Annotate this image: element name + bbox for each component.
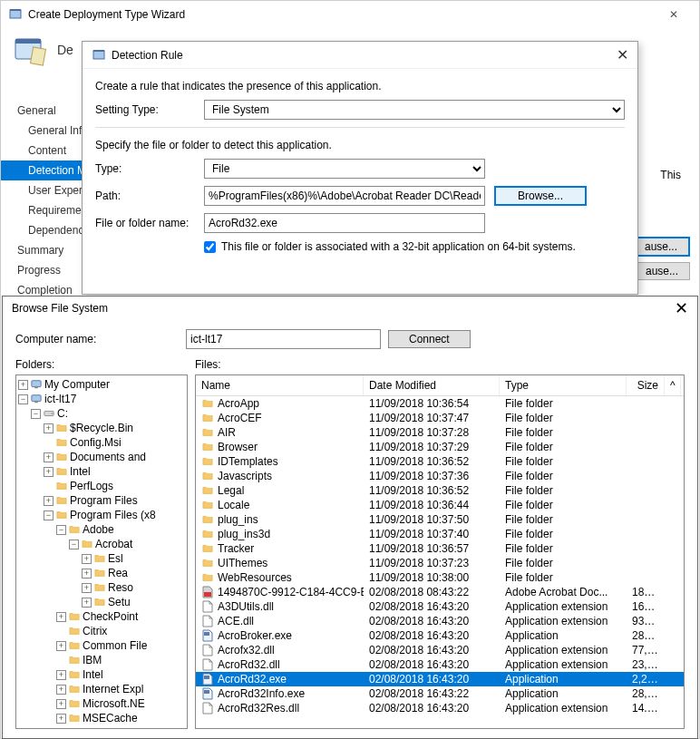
folder-tree[interactable]: +My Computer−ict-lt17−C:+$Recycle.BinCon… — [15, 374, 188, 729]
close-icon[interactable]: ✕ — [675, 298, 688, 318]
computer-name-input[interactable] — [186, 329, 381, 349]
expand-icon[interactable]: + — [44, 452, 53, 462]
tree-node[interactable]: +Microsoft.NE — [18, 696, 185, 711]
tree-node[interactable]: +Intel — [18, 464, 185, 479]
expand-icon[interactable]: + — [82, 569, 92, 579]
tree-node[interactable]: −Program Files (x8 — [18, 508, 185, 522]
tree-node[interactable]: −ict-lt17 — [18, 392, 185, 406]
file-type: File folder — [500, 440, 627, 454]
expand-icon[interactable]: + — [82, 598, 92, 608]
file-row[interactable]: AcroBroker.exe02/08/2018 16:43:20Applica… — [196, 628, 684, 643]
assoc-32bit-checkbox[interactable] — [204, 241, 216, 253]
expand-icon[interactable]: + — [56, 670, 66, 680]
folder-icon — [68, 669, 81, 680]
tree-node[interactable]: Config.Msi — [18, 435, 185, 450]
file-row[interactable]: AcroRd32.exe02/08/2018 16:43:20Applicati… — [196, 672, 684, 686]
file-row[interactable]: AcroRd32.dll02/08/2018 16:43:20Applicati… — [196, 657, 684, 672]
file-row[interactable]: Acrofx32.dll02/08/2018 16:43:20Applicati… — [196, 643, 684, 657]
collapse-icon[interactable]: − — [31, 409, 41, 419]
file-row[interactable]: plug_ins11/09/2018 10:37:50File folder — [196, 512, 684, 527]
tree-node[interactable]: +Intel — [18, 667, 185, 682]
file-row[interactable]: Locale11/09/2018 10:36:44File folder — [196, 498, 684, 512]
file-type: Application extension — [500, 614, 627, 628]
tree-node[interactable]: Citrix — [18, 624, 185, 638]
browse-button[interactable]: Browse... — [494, 186, 587, 206]
tree-node[interactable]: +$Recycle.Bin — [18, 421, 185, 435]
expand-icon[interactable]: + — [56, 699, 66, 709]
tree-node[interactable]: −C: — [18, 406, 185, 421]
file-name: AcroRd32.exe — [218, 673, 287, 686]
tree-node[interactable]: +Rea — [18, 566, 185, 580]
expand-icon[interactable]: + — [56, 612, 66, 622]
wizard-title: Create Deployment Type Wizard — [28, 8, 185, 21]
file-date: 02/08/2018 16:43:20 — [364, 599, 500, 614]
file-type: File folder — [500, 556, 627, 570]
tree-node[interactable]: +My Computer — [18, 377, 185, 392]
file-date: 02/08/2018 16:43:20 — [364, 701, 500, 715]
file-row[interactable]: Tracker11/09/2018 10:36:57File folder — [196, 541, 684, 556]
tree-node[interactable]: +MSECache — [18, 711, 185, 725]
file-row[interactable]: AcroRd32Info.exe02/08/2018 16:43:22Appli… — [196, 686, 684, 701]
expand-icon[interactable]: + — [18, 380, 28, 390]
file-row[interactable]: ACE.dll02/08/2018 16:43:20Application ex… — [196, 614, 684, 628]
clause-button-2[interactable]: ause... — [634, 262, 690, 280]
expand-icon[interactable]: + — [56, 685, 66, 695]
path-input[interactable] — [204, 186, 485, 206]
type-select[interactable]: File — [204, 159, 485, 179]
collapse-icon[interactable]: − — [69, 540, 79, 549]
collapse-icon[interactable]: − — [56, 525, 66, 535]
filename-input[interactable] — [204, 213, 485, 233]
file-type: Application — [500, 628, 627, 643]
col-type[interactable]: Type — [500, 375, 627, 395]
expand-icon[interactable]: + — [44, 423, 53, 433]
col-date[interactable]: Date Modified — [364, 375, 500, 395]
tree-node[interactable]: +CheckPoint — [18, 609, 185, 624]
file-date: 11/09/2018 10:37:28 — [364, 425, 500, 440]
file-row[interactable]: AcroCEF11/09/2018 10:37:47File folder — [196, 411, 684, 425]
tree-node[interactable]: +Trend Micro — [18, 725, 185, 729]
tree-node[interactable]: +Documents and — [18, 450, 185, 464]
tree-node[interactable]: +Esl — [18, 551, 185, 566]
file-row[interactable]: A3DUtils.dll02/08/2018 16:43:20Applicati… — [196, 599, 684, 614]
expand-icon[interactable]: + — [56, 641, 66, 651]
collapse-icon[interactable]: − — [18, 394, 28, 404]
file-row[interactable]: Browser11/09/2018 10:37:29File folder — [196, 440, 684, 454]
tree-node[interactable]: +Setu — [18, 595, 185, 609]
tree-node[interactable]: +Common File — [18, 638, 185, 653]
expand-icon[interactable]: + — [44, 496, 53, 506]
file-row[interactable]: plug_ins3d11/09/2018 10:37:40File folder — [196, 527, 684, 541]
connect-button[interactable]: Connect — [388, 330, 471, 348]
setting-type-select[interactable]: File System — [204, 100, 625, 120]
expand-icon[interactable]: + — [44, 467, 53, 477]
clause-button-1[interactable]: ause... — [632, 237, 690, 257]
file-row[interactable]: Legal11/09/2018 10:36:52File folder — [196, 483, 684, 498]
col-name[interactable]: Name — [196, 375, 364, 395]
expand-icon[interactable]: + — [82, 554, 92, 564]
file-list[interactable]: Name Date Modified Type Size ^ AcroApp11… — [195, 374, 685, 729]
close-icon[interactable]: ✕ — [617, 46, 628, 63]
file-row[interactable]: Javascripts11/09/2018 10:37:36File folde… — [196, 469, 684, 483]
expand-icon[interactable]: + — [56, 728, 66, 730]
tree-node[interactable]: +Reso — [18, 580, 185, 595]
file-row[interactable]: AcroRd32Res.dll02/08/2018 16:43:20Applic… — [196, 701, 684, 715]
close-icon[interactable]: ✕ — [656, 8, 692, 21]
tree-node[interactable]: IBM — [18, 653, 185, 667]
file-row[interactable]: 1494870C-9912-C184-4CC9-B...02/08/2018 0… — [196, 585, 684, 599]
tree-node[interactable]: −Acrobat — [18, 537, 185, 551]
file-row[interactable]: UIThemes11/09/2018 10:37:23File folder — [196, 556, 684, 570]
tree-node[interactable]: +Program Files — [18, 493, 185, 508]
file-date: 02/08/2018 16:43:20 — [364, 643, 500, 657]
tree-node[interactable]: +Internet Expl — [18, 682, 185, 696]
file-row[interactable]: IDTemplates11/09/2018 10:36:52File folde… — [196, 454, 684, 469]
detection-icon — [92, 48, 106, 63]
tree-node[interactable]: PerfLogs — [18, 479, 185, 493]
file-date: 11/09/2018 10:36:57 — [364, 541, 500, 556]
col-size[interactable]: Size — [627, 375, 665, 395]
file-row[interactable]: WebResources11/09/2018 10:38:00File fold… — [196, 570, 684, 585]
collapse-icon[interactable]: − — [44, 510, 53, 520]
tree-node[interactable]: −Adobe — [18, 522, 185, 537]
expand-icon[interactable]: + — [82, 583, 92, 593]
file-row[interactable]: AIR11/09/2018 10:37:28File folder — [196, 425, 684, 440]
expand-icon[interactable]: + — [56, 714, 66, 724]
file-row[interactable]: AcroApp11/09/2018 10:36:54File folder — [196, 396, 684, 411]
